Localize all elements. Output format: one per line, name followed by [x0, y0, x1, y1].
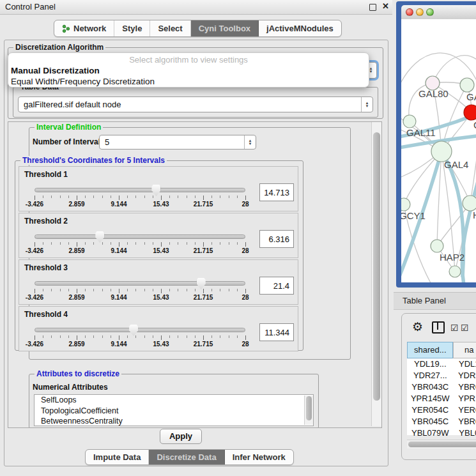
- table-row[interactable]: YBR043CYBR0: [407, 381, 476, 393]
- threshold-value-input[interactable]: 6.316: [259, 230, 294, 248]
- column-header[interactable]: shared...: [407, 342, 453, 358]
- node-label: GAL4: [444, 159, 468, 170]
- float-window-icon[interactable]: [369, 4, 376, 11]
- threshold-slider[interactable]: [35, 188, 245, 192]
- slider-ticks: [35, 289, 245, 293]
- table-row[interactable]: YIL052CYIL0: [407, 450, 476, 452]
- network-node[interactable]: [463, 196, 476, 211]
- list-scrollbar[interactable]: [304, 395, 313, 425]
- node-label: GCY1: [401, 210, 426, 221]
- table-row[interactable]: YER054CYER0: [407, 404, 476, 416]
- settings-scrollpane: Interval Definition Number of Intervals …: [8, 121, 382, 428]
- threshold-value-input[interactable]: 11.344: [259, 323, 294, 341]
- node-label: GA: [466, 91, 476, 102]
- table-cell: YDL1: [454, 358, 476, 370]
- slider-thumb-icon[interactable]: [151, 185, 160, 196]
- tick-label: 28: [242, 341, 249, 348]
- table-cell: YBL0: [454, 427, 476, 439]
- table-row[interactable]: YBR045CYBR0: [407, 416, 476, 427]
- bottom-tab-bar: Impute DataDiscretize DataInfer Network: [85, 449, 294, 465]
- slider-ticks: [35, 242, 245, 247]
- top-tab-bar: NetworkStyleSelectCyni ToolboxjActiveMNo…: [54, 20, 342, 37]
- tick-label: 9.144: [111, 341, 127, 348]
- dropdown-item[interactable]: Equal Width/Frequency Discretization: [8, 76, 369, 87]
- tab-discretize-data[interactable]: Discretize Data: [149, 450, 224, 464]
- split-pane-icon[interactable]: [432, 321, 445, 334]
- checkbox-icon[interactable]: ☑: [450, 323, 459, 333]
- node-label: GAL11: [406, 127, 436, 138]
- tick-label: 9.144: [111, 294, 127, 301]
- network-node[interactable]: [403, 115, 416, 128]
- panel-scrollbar[interactable]: [371, 122, 381, 426]
- table-data-value: galFiltered.sif default node: [19, 100, 361, 109]
- table-cell: YPR1: [454, 393, 476, 404]
- threshold-slider[interactable]: [35, 328, 245, 332]
- tick-label: 15.43: [153, 294, 169, 301]
- slider-tick-labels: -3.4262.8599.14415.4321.71528: [35, 341, 245, 348]
- list-item[interactable]: BetweennessCentrality: [35, 416, 313, 426]
- table-row[interactable]: YDL19...YDL1: [407, 358, 476, 370]
- node-label: GAL80: [418, 88, 449, 99]
- list-item[interactable]: SelfLoops: [35, 395, 313, 406]
- tab-cyni-toolbox[interactable]: Cyni Toolbox: [191, 20, 259, 36]
- slider-thumb-icon[interactable]: [129, 325, 138, 336]
- table-data-combobox[interactable]: galFiltered.sif default node ▲▼: [18, 96, 373, 112]
- numerical-attributes-list[interactable]: SelfLoopsTopologicalCoefficientBetweenne…: [34, 394, 314, 426]
- list-item[interactable]: TopologicalCoefficient: [35, 406, 313, 417]
- checkbox-icon[interactable]: ☑: [461, 323, 469, 333]
- tick-label: 2.859: [68, 294, 84, 301]
- table-horizontal-scrollbar[interactable]: [407, 440, 476, 449]
- number-of-intervals-label: Number of Intervals: [33, 137, 105, 146]
- table-row[interactable]: YBL079WYBL0: [407, 427, 476, 439]
- number-of-intervals-combobox[interactable]: 5 ▲▼: [99, 135, 256, 150]
- combo-stepper-icon[interactable]: ▲▼: [361, 97, 372, 112]
- slider-tick-labels: -3.4262.8599.14415.4321.71528: [35, 201, 245, 208]
- slider-tick-labels: -3.4262.8599.14415.4321.71528: [35, 247, 245, 255]
- network-window: GAL80GACGAL11GAL4GCY1HHAP2: [396, 1, 476, 288]
- screen: Control Panel ✕ NetworkStyleSelectCyni T…: [0, 0, 476, 476]
- tick-label: 28: [242, 294, 249, 301]
- zoom-traffic-light-icon[interactable]: [426, 8, 434, 16]
- slider-thumb-icon[interactable]: [197, 278, 206, 289]
- slider-thumb-icon[interactable]: [95, 231, 104, 243]
- node-label: H: [473, 210, 476, 220]
- tick-label: -3.426: [26, 294, 43, 301]
- threshold-value-input[interactable]: 21.4: [259, 277, 294, 295]
- combo-stepper-icon[interactable]: ▲▼: [244, 135, 256, 149]
- dropdown-item[interactable]: Manual Discretization: [8, 65, 369, 76]
- network-node[interactable]: [431, 240, 443, 252]
- threshold-value-input[interactable]: 14.713: [259, 183, 294, 201]
- tick-label: -3.426: [26, 341, 43, 348]
- network-canvas[interactable]: GAL80GACGAL11GAL4GCY1HHAP2: [401, 19, 476, 282]
- table-row[interactable]: YDR27...YDR2: [407, 370, 476, 381]
- gear-icon[interactable]: ⚙: [412, 319, 423, 334]
- column-header[interactable]: na: [453, 342, 476, 358]
- close-icon[interactable]: ✕: [382, 1, 389, 11]
- table-cell: YER0: [454, 404, 476, 416]
- network-node[interactable]: [464, 105, 476, 120]
- threshold-slider[interactable]: [35, 234, 245, 239]
- control-panel-title: Control Panel: [5, 0, 56, 14]
- number-of-intervals-value: 5: [100, 137, 244, 147]
- slider-ticks: [35, 196, 245, 200]
- tick-label: 21.715: [194, 201, 213, 208]
- close-traffic-light-icon[interactable]: [406, 8, 413, 16]
- network-node[interactable]: [449, 266, 461, 277]
- apply-button[interactable]: Apply: [160, 429, 202, 444]
- threshold-label: Threshold 1: [24, 170, 68, 179]
- tab-select[interactable]: Select: [150, 20, 190, 36]
- tab-style[interactable]: Style: [114, 20, 150, 36]
- tab-infer-network[interactable]: Infer Network: [225, 450, 293, 464]
- network-node[interactable]: [460, 78, 474, 92]
- threshold-slider[interactable]: [35, 281, 245, 286]
- tick-label: 2.859: [68, 247, 84, 254]
- tab-network[interactable]: Network: [54, 20, 114, 36]
- tick-label: 15.43: [153, 247, 169, 254]
- minimize-traffic-light-icon[interactable]: [416, 8, 424, 16]
- table-row[interactable]: YPR145WYPR1: [407, 393, 476, 404]
- node-label: C: [473, 119, 476, 130]
- tab-jactivemnodules[interactable]: jActiveMNodules: [259, 20, 341, 36]
- threshold-panel: Threshold 1 -3.4262.8599.14415.4321.7152…: [19, 166, 298, 211]
- tab-impute-data[interactable]: Impute Data: [86, 450, 149, 464]
- network-node[interactable]: [401, 198, 410, 211]
